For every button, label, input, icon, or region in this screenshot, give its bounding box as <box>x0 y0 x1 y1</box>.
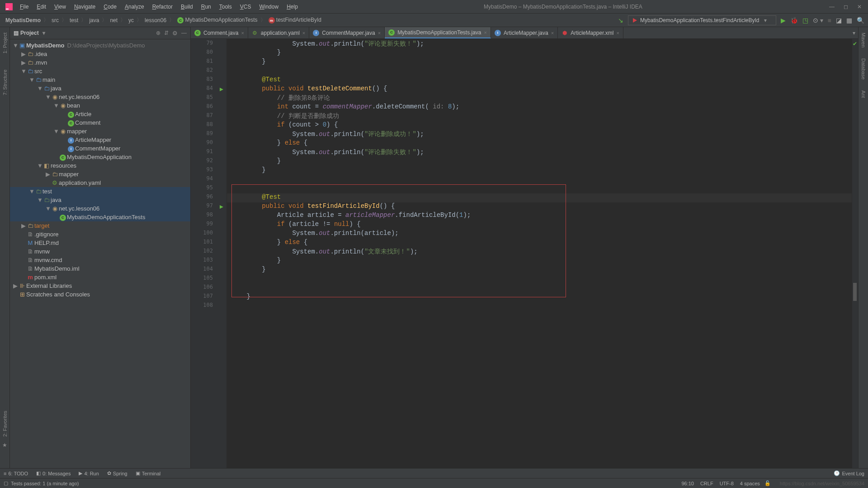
tab-close-icon[interactable]: × <box>378 30 381 36</box>
database-tool-button[interactable]: Database <box>861 55 866 83</box>
editor-tab[interactable]: ICommentMapper.java× <box>309 27 385 38</box>
code-line[interactable]: } <box>227 166 852 175</box>
menu-build[interactable]: Build <box>177 2 197 12</box>
crumb-8[interactable]: m testFindArticleById <box>267 16 323 25</box>
tree-item[interactable]: ▶🗀target <box>10 221 190 230</box>
build-icon[interactable]: ↘ <box>618 17 623 24</box>
status-icon[interactable]: ▢ <box>4 480 8 486</box>
menu-refactor[interactable]: Refactor <box>149 2 176 12</box>
crumb-6[interactable]: lesson06 <box>143 16 168 24</box>
stop-button[interactable]: ■ <box>828 17 831 24</box>
tree-item[interactable]: ▼🗀java <box>10 84 190 93</box>
tree-item[interactable]: ▼◧resources <box>10 161 190 170</box>
editor-tab[interactable]: CMybatisDemoApplicationTests.java× <box>385 27 491 38</box>
code-line[interactable]: // 删除第8条评论 <box>227 94 852 103</box>
code-line[interactable]: System.out.println("评论删除失败！"); <box>227 148 852 157</box>
tree-item[interactable]: MHELP.md <box>10 239 190 247</box>
tree-item[interactable]: ▼◉net.yc.lesson06 <box>10 93 190 101</box>
tree-item[interactable]: ▼🗀test <box>10 187 190 196</box>
code-line[interactable] <box>227 302 852 311</box>
code-line[interactable]: if (article != null) { <box>227 221 852 230</box>
code-line[interactable] <box>227 175 852 184</box>
code-line[interactable] <box>227 67 852 76</box>
editor-tab[interactable]: ⬢ArticleMapper.xml× <box>558 27 623 38</box>
code-line[interactable]: System.out.println("文章未找到！"); <box>227 248 852 257</box>
debug-button[interactable]: 🐞 <box>790 17 798 24</box>
editor-tab[interactable]: CComment.java× <box>191 27 248 38</box>
crumb-4[interactable]: net <box>108 16 119 24</box>
tab-close-icon[interactable]: × <box>484 30 487 35</box>
code-line[interactable]: int count = commentMapper.deleteComment(… <box>227 103 852 112</box>
tree-item[interactable]: ▼🗀main <box>10 75 190 84</box>
collapse-icon[interactable]: ⇵ <box>164 30 169 37</box>
code-line[interactable]: } <box>227 266 852 275</box>
maximize-icon[interactable]: ◻ <box>844 4 848 10</box>
project-structure-button[interactable]: ▦ <box>846 17 852 24</box>
tree-item[interactable]: ICommentMapper <box>10 144 190 153</box>
tab-close-icon[interactable]: × <box>302 30 305 36</box>
code-line[interactable]: public void testFindArticleById() { <box>227 202 852 211</box>
tool-window-button[interactable]: ▶4: Run <box>79 470 99 476</box>
code-line[interactable]: } <box>227 293 852 302</box>
editor-tab[interactable]: IArticleMapper.java× <box>491 27 558 38</box>
tree-item[interactable]: ▼◉net.yc.lesson06 <box>10 204 190 213</box>
close-icon[interactable]: ✕ <box>857 4 862 10</box>
lock-icon[interactable]: 🔓 <box>764 480 771 486</box>
tree-item[interactable]: 🗎.gitignore <box>10 230 190 239</box>
favorites-tool-button[interactable]: 2: Favorites <box>2 407 8 440</box>
ant-tool-button[interactable]: Ant <box>861 87 866 102</box>
tree-item[interactable]: ▼🗀java <box>10 196 190 204</box>
menu-file[interactable]: File <box>16 2 32 12</box>
hide-icon[interactable]: — <box>181 30 187 37</box>
tree-item[interactable]: mpom.xml <box>10 273 190 282</box>
menu-tools[interactable]: Tools <box>216 2 236 12</box>
status-item[interactable]: CRLF <box>700 481 713 486</box>
tree-item[interactable]: 🗎MybatisDemo.iml <box>10 264 190 273</box>
tool-window-button[interactable]: ✿Spring <box>107 470 127 476</box>
menu-navigate[interactable]: Navigate <box>71 2 99 12</box>
code-area[interactable]: System.out.println("评论更新失败！"); } } @Test… <box>227 39 852 468</box>
menu-help[interactable]: Help <box>283 2 302 12</box>
code-line[interactable]: } <box>227 257 852 266</box>
tree-item[interactable]: ▼🗀src <box>10 67 190 75</box>
tree-item[interactable]: ▶⊪External Libraries <box>10 282 190 290</box>
tool-window-button[interactable]: ▣Terminal <box>136 470 161 476</box>
tree-item[interactable]: 🗎mvnw <box>10 247 190 256</box>
tree-item[interactable]: ▶🗀.mvn <box>10 58 190 67</box>
menu-run[interactable]: Run <box>198 2 215 12</box>
menu-vcs[interactable]: VCS <box>236 2 255 12</box>
coverage-button[interactable]: ◳ <box>802 17 808 24</box>
menu-view[interactable]: View <box>51 2 70 12</box>
structure-tool-button[interactable]: 7: Structure <box>2 66 8 99</box>
run-button[interactable]: ▶ <box>781 17 786 24</box>
code-line[interactable]: System.out.println("评论更新失败！"); <box>227 40 852 49</box>
run-gutter-icon[interactable] <box>219 87 224 93</box>
code-line[interactable]: // 判断是否删除成功 <box>227 112 852 121</box>
profile-button[interactable]: ⊙▾ <box>813 17 823 24</box>
tree-item[interactable]: ⚙application.yaml <box>10 178 190 187</box>
maven-tool-button[interactable]: Maven <box>861 29 866 51</box>
menu-analyze[interactable]: Analyze <box>121 2 148 12</box>
tree-item[interactable]: CMybatisDemoApplicationTests <box>10 213 190 221</box>
tabs-dropdown-icon[interactable]: ▾ <box>853 30 855 36</box>
code-line[interactable]: if (count > 0) { <box>227 121 852 130</box>
crumb-1[interactable]: src <box>50 16 61 24</box>
tree-item[interactable]: ▶🗀mapper <box>10 170 190 178</box>
tab-close-icon[interactable]: × <box>617 30 619 36</box>
event-log-button[interactable]: 🕑Event Log <box>834 470 864 476</box>
tree-item[interactable]: CComment <box>10 118 190 127</box>
crumb-3[interactable]: java <box>87 16 101 24</box>
search-everywhere-button[interactable]: 🔍 <box>857 17 864 24</box>
code-line[interactable]: Article article = articleMapper.findArti… <box>227 211 852 221</box>
editor-gutter[interactable]: 7980818283848586878889909192939495969798… <box>191 39 227 468</box>
menu-window[interactable]: Window <box>255 2 282 12</box>
crumb-5[interactable]: yc <box>127 16 136 24</box>
crumb-2[interactable]: test <box>68 16 80 24</box>
status-item[interactable]: 4 spaces <box>740 481 760 486</box>
project-tool-button[interactable]: 1: Project <box>2 29 8 57</box>
gear-icon[interactable]: ⚙ <box>172 30 178 37</box>
menu-code[interactable]: Code <box>100 2 120 12</box>
code-line[interactable] <box>227 284 852 293</box>
tool-window-button[interactable]: ◧0: Messages <box>36 470 71 476</box>
tool-window-button[interactable]: ≡6: TODO <box>4 470 28 476</box>
